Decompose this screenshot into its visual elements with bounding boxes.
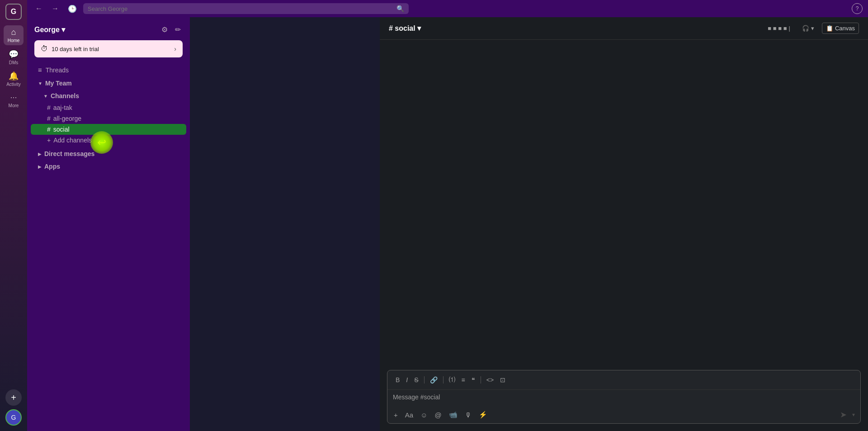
threads-section: ≡ Threads xyxy=(27,63,190,77)
format-divider-3 xyxy=(481,376,481,384)
channel-title[interactable]: # social ▾ xyxy=(389,24,421,33)
header-icons: ⚙ ✏ xyxy=(160,24,183,36)
home-icon: ⌂ xyxy=(11,28,16,37)
trial-banner-left: ⏱ 10 days left in trial xyxy=(41,45,99,53)
code-button[interactable]: <> xyxy=(484,374,496,385)
sidebar-item-threads[interactable]: ≡ Threads xyxy=(31,64,186,76)
view-toggle-buttons[interactable]: ■ ■ ■ ■ | xyxy=(764,23,794,34)
workspace-chevron-icon: ▾ xyxy=(61,25,65,34)
apps-title: Apps xyxy=(44,163,60,170)
hash-icon: # xyxy=(47,115,51,122)
send-options-button[interactable]: ▾ xyxy=(850,410,857,420)
italic-button[interactable]: I xyxy=(403,374,410,385)
search-icon: 🔍 xyxy=(396,5,404,12)
code-block-button[interactable]: ⊡ xyxy=(497,374,508,385)
compose-icon[interactable]: ✏ xyxy=(173,24,183,36)
trial-chevron-icon: › xyxy=(174,45,176,52)
huddle-chevron-icon: ▾ xyxy=(811,25,814,32)
history-button[interactable]: 🕒 xyxy=(65,3,80,15)
my-team-toggle-icon: ▼ xyxy=(38,81,42,86)
view-separator: | xyxy=(789,25,790,32)
input-footer: + Aa ☺ @ 📹 🎙 ⚡ ➤ ▾ xyxy=(387,406,860,423)
rail-item-activity[interactable]: 🔔 Activity xyxy=(4,69,24,89)
more-label: More xyxy=(9,103,19,108)
canvas-label: Canvas xyxy=(835,25,855,32)
send-button[interactable]: ➤ xyxy=(837,408,849,422)
channel-item-all-george[interactable]: # all-george xyxy=(31,113,186,124)
threads-icon: ≡ xyxy=(38,66,42,74)
link-button[interactable]: 🔗 xyxy=(427,374,440,385)
workspace-name[interactable]: George ▾ xyxy=(34,25,65,34)
dm-toggle-icon: ▶ xyxy=(38,152,42,156)
view-squares-icon: ■ ■ ■ ■ xyxy=(768,25,787,32)
home-label: Home xyxy=(8,38,20,43)
message-input-container: B I S 🔗 ⑴ ≡ ❝ <> ⊡ Message #social + Aa … xyxy=(387,370,861,424)
headphone-icon: 🎧 xyxy=(802,25,809,32)
threads-label: Threads xyxy=(46,66,69,74)
forward-button[interactable]: → xyxy=(49,3,61,14)
format-divider-1 xyxy=(424,376,425,384)
channel-label-aaj-tak: aaj-tak xyxy=(53,104,72,111)
channel-chevron-icon: ▾ xyxy=(417,24,421,33)
dms-label: DMs xyxy=(9,60,19,65)
channel-item-aaj-tak[interactable]: # aaj-tak xyxy=(31,102,186,113)
mic-button[interactable]: 🎙 xyxy=(462,409,474,421)
top-bar: ← → 🕒 🔍 ? xyxy=(27,0,868,17)
ordered-list-button[interactable]: ⑴ xyxy=(446,374,458,386)
hash-icon: # xyxy=(47,126,51,133)
canvas-button[interactable]: 📋 Canvas xyxy=(822,23,859,34)
search-bar[interactable]: 🔍 xyxy=(83,3,409,14)
activity-icon: 🔔 xyxy=(9,71,19,81)
block-quote-button[interactable]: ❝ xyxy=(469,374,478,385)
message-input-field[interactable]: Message #social xyxy=(387,390,860,406)
rail-bottom: + G xyxy=(5,389,22,431)
shortcuts-button[interactable]: ⚡ xyxy=(476,409,490,421)
activity-label: Activity xyxy=(6,82,21,87)
rail-item-home[interactable]: ⌂ Home xyxy=(4,25,24,45)
help-button[interactable]: ? xyxy=(852,3,863,14)
add-channels-label: Add channels xyxy=(53,137,92,144)
emoji-button[interactable]: ☺ xyxy=(418,409,430,421)
my-team-header[interactable]: ▼ My Team xyxy=(31,77,186,90)
channels-header[interactable]: ▼ Channels xyxy=(31,90,186,102)
send-button-group: ➤ ▾ xyxy=(837,408,857,422)
huddle-button[interactable]: 🎧 ▾ xyxy=(798,23,818,34)
channel-name-text: # social xyxy=(389,24,415,33)
strikethrough-button[interactable]: S xyxy=(411,374,421,385)
add-icon: + xyxy=(47,137,51,144)
rail-item-dms[interactable]: 💬 DMs xyxy=(4,47,24,67)
dm-icon: 💬 xyxy=(9,49,19,59)
add-workspace-button[interactable]: + xyxy=(5,389,22,406)
format-divider-2 xyxy=(443,376,443,384)
channel-item-social[interactable]: # social xyxy=(31,124,186,135)
apps-header[interactable]: ▶ Apps xyxy=(31,160,186,173)
filter-icon[interactable]: ⚙ xyxy=(160,24,170,36)
formatting-toolbar: B I S 🔗 ⑴ ≡ ❝ <> ⊡ xyxy=(387,370,860,390)
icon-rail: G ⌂ Home 💬 DMs 🔔 Activity ··· More + G xyxy=(0,0,27,431)
channels-toggle-icon: ▼ xyxy=(43,94,48,99)
channel-actions: ■ ■ ■ ■ | 🎧 ▾ 📋 Canvas xyxy=(764,23,859,34)
search-input[interactable] xyxy=(88,5,393,12)
dm-title: Direct messages xyxy=(44,150,94,157)
direct-messages-header[interactable]: ▶ Direct messages xyxy=(31,147,186,160)
trial-icon: ⏱ xyxy=(41,45,48,53)
mention-button[interactable]: @ xyxy=(432,409,444,421)
attach-button[interactable]: + xyxy=(391,409,401,421)
message-placeholder: Message #social xyxy=(393,393,440,401)
channels-title: Channels xyxy=(51,92,79,99)
sidebar: George ▾ ⚙ ✏ ⏱ 10 days left in trial › ≡… xyxy=(27,17,190,431)
main-content: # social ▾ ■ ■ ■ ■ | 🎧 ▾ 📋 Canvas B I S xyxy=(380,17,868,431)
channel-label-all-george: all-george xyxy=(53,115,81,122)
message-area[interactable] xyxy=(380,40,868,370)
back-button[interactable]: ← xyxy=(33,3,45,14)
trial-banner[interactable]: ⏱ 10 days left in trial › xyxy=(34,40,183,57)
user-avatar[interactable]: G xyxy=(5,409,22,426)
workspace-avatar[interactable]: G xyxy=(5,4,22,20)
unordered-list-button[interactable]: ≡ xyxy=(459,374,468,385)
camera-button[interactable]: 📹 xyxy=(446,409,460,421)
rail-item-more[interactable]: ··· More xyxy=(4,90,24,110)
bold-button[interactable]: B xyxy=(393,374,402,385)
text-format-button[interactable]: Aa xyxy=(402,409,416,421)
add-channels-item[interactable]: + Add channels xyxy=(31,135,186,146)
canvas-icon: 📋 xyxy=(826,25,833,32)
